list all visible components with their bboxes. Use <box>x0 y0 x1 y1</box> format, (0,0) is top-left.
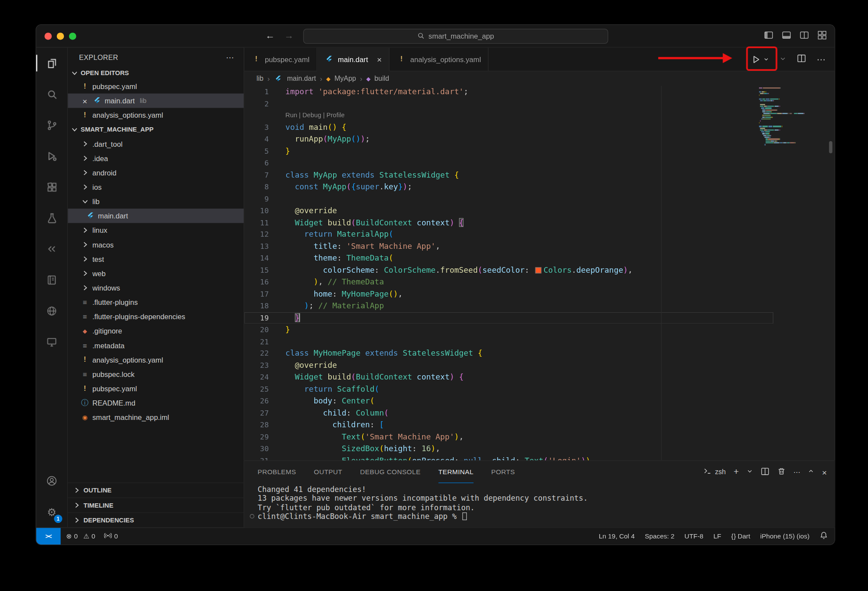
globe-icon[interactable] <box>36 295 67 326</box>
tree-item-ios[interactable]: ios <box>68 180 244 194</box>
outline-section[interactable]: OUTLINE <box>68 482 244 497</box>
tree-item-pubspec-yaml[interactable]: !pubspec.yaml <box>68 381 244 396</box>
breadcrumb-lib[interactable]: lib <box>257 75 264 83</box>
remote-explorer-icon[interactable] <box>36 327 67 357</box>
problems-status[interactable]: ⊗ 0 ⚠ 0 <box>66 532 95 540</box>
project-section-header[interactable]: SMART_MACHINE_APP <box>68 122 244 137</box>
references-icon[interactable] <box>36 234 67 264</box>
tree-item-test[interactable]: test <box>68 252 244 266</box>
code-line[interactable]: 16 ), // ThemeData <box>244 276 774 288</box>
tree-item-gitignore[interactable]: ◆.gitignore <box>68 324 244 338</box>
tree-item-flutter-plugins[interactable]: ≡.flutter-plugins <box>68 295 244 309</box>
explorer-icon[interactable] <box>36 48 67 79</box>
settings-gear-icon[interactable]: ⚙ 1 <box>36 496 67 527</box>
tree-item-linux[interactable]: linux <box>68 223 244 238</box>
cursor-position[interactable]: Ln 19, Col 4 <box>599 532 635 540</box>
code-line[interactable]: 3void main() { <box>244 122 774 133</box>
tab-pubspec-yaml[interactable]: ! pubspec.yaml <box>244 48 317 71</box>
nav-back-icon[interactable]: ← <box>265 25 275 47</box>
code-line[interactable]: 1import 'package:flutter/material.dart'; <box>244 86 774 98</box>
dependencies-section[interactable]: DEPENDENCIES <box>68 512 244 527</box>
tree-item-dart-tool[interactable]: .dart_tool <box>68 137 244 151</box>
code-line[interactable]: 20} <box>244 324 774 335</box>
code-line[interactable]: 22class MyHomePage extends StatelessWidg… <box>244 347 774 359</box>
nav-forward-icon[interactable]: → <box>284 25 294 47</box>
code-line[interactable]: 7class MyApp extends StatelessWidget { <box>244 169 774 181</box>
tree-item-analysis-options-yaml[interactable]: !analysis_options.yaml <box>68 353 244 367</box>
code-line[interactable]: 18 ); // MaterialApp <box>244 300 774 312</box>
testing-icon[interactable] <box>36 202 67 233</box>
chevron-down-icon[interactable] <box>779 54 786 64</box>
tab-debug-console[interactable]: DEBUG CONSOLE <box>360 461 420 483</box>
code-line[interactable]: 5} <box>244 145 774 157</box>
minimize-window-button[interactable] <box>57 33 64 40</box>
code-line[interactable]: 26 body: Center( <box>244 395 774 407</box>
close-icon[interactable]: × <box>80 96 90 106</box>
code-line[interactable]: 31 ElevatedButton(onPressed: null, child… <box>244 455 774 460</box>
maximize-panel-icon[interactable] <box>808 468 814 476</box>
code-line[interactable]: 21 <box>244 336 774 347</box>
timeline-section[interactable]: TIMELINE <box>68 498 244 512</box>
code-line[interactable]: 13 title: 'Smart Machine App', <box>244 241 774 252</box>
breadcrumb-method[interactable]: build <box>374 75 389 83</box>
code-line[interactable]: 11 Widget build(BuildContext context) { <box>244 217 774 228</box>
open-editor-main-dart[interactable]: ×main.dartlib <box>68 93 244 108</box>
terminal-prompt[interactable]: clint@Clints-MacBook-Air smart_machine_a… <box>257 512 835 521</box>
tree-item-pubspec-lock[interactable]: ≡pubspec.lock <box>68 367 244 381</box>
extensions-icon[interactable] <box>36 172 67 202</box>
encoding[interactable]: UTF-8 <box>684 532 703 540</box>
split-layout-icon[interactable] <box>799 30 809 42</box>
code-line[interactable]: 9 <box>244 193 774 205</box>
code-line[interactable]: 29 Text('Smart Machine App'), <box>244 431 774 442</box>
tab-output[interactable]: OUTPUT <box>314 461 343 483</box>
notifications-bell-icon[interactable] <box>820 531 828 541</box>
editor-scrollbar[interactable] <box>829 141 832 153</box>
ports-status[interactable]: 0 <box>104 532 118 540</box>
tab-ports[interactable]: PORTS <box>491 461 515 483</box>
code-line[interactable]: 27 child: Column( <box>244 407 774 419</box>
code-line[interactable]: 23 @override <box>244 360 774 371</box>
breadcrumb-file[interactable]: main.dart <box>287 75 316 83</box>
code-line[interactable]: 25 return Scaffold( <box>244 383 774 395</box>
code-line[interactable]: 2 <box>244 98 774 109</box>
split-editor-icon[interactable] <box>797 53 806 65</box>
code-editor[interactable]: 1import 'package:flutter/material.dart';… <box>244 86 835 461</box>
code-line[interactable]: 17 home: MyHomePage(), <box>244 288 774 300</box>
terminal-dropdown-icon[interactable] <box>746 468 752 476</box>
split-terminal-icon[interactable] <box>760 467 769 477</box>
code-line[interactable]: 10 @override <box>244 205 774 217</box>
eol[interactable]: LF <box>713 532 721 540</box>
tab-analysis-options-yaml[interactable]: ! analysis_options.yaml <box>389 48 488 71</box>
close-window-button[interactable] <box>45 33 52 40</box>
code-line[interactable]: 8 const MyApp({super.key}); <box>244 181 774 193</box>
code-area[interactable]: 1import 'package:flutter/material.dart';… <box>244 86 774 461</box>
open-editor-analysis-options-yaml[interactable]: !analysis_options.yaml <box>68 108 244 122</box>
tree-item-idea[interactable]: .idea <box>68 151 244 165</box>
code-line[interactable]: 28 children: [ <box>244 419 774 431</box>
code-line[interactable]: 4 runApp(MyApp()); <box>244 133 774 145</box>
tree-item-metadata[interactable]: ≡.metadata <box>68 338 244 353</box>
account-icon[interactable] <box>36 466 67 496</box>
run-debug-view-icon[interactable] <box>36 141 67 172</box>
open-editors-section-header[interactable]: OPEN EDITORS <box>68 67 244 79</box>
search-view-icon[interactable] <box>36 79 67 109</box>
panel-more-icon[interactable]: ⋯ <box>793 468 800 476</box>
new-terminal-icon[interactable]: + <box>733 467 739 477</box>
code-line[interactable]: 6 <box>244 157 774 169</box>
open-editor-pubspec-yaml[interactable]: !pubspec.yaml <box>68 79 244 93</box>
remote-indicator[interactable]: >< <box>36 528 60 545</box>
close-panel-icon[interactable]: × <box>822 467 827 477</box>
code-line[interactable]: 12 return MaterialApp( <box>244 228 774 240</box>
tree-item-macos[interactable]: macos <box>68 238 244 252</box>
tree-item-flutter-plugins-dependencies[interactable]: ≡.flutter-plugins-dependencies <box>68 309 244 324</box>
source-control-icon[interactable] <box>36 109 67 140</box>
tree-item-lib[interactable]: lib <box>68 194 244 208</box>
close-tab-icon[interactable]: × <box>377 55 382 64</box>
code-line[interactable]: 24 Widget build(BuildContext context) { <box>244 371 774 383</box>
tab-terminal[interactable]: TERMINAL <box>439 461 474 483</box>
color-swatch[interactable] <box>535 267 541 273</box>
minimap[interactable] <box>759 87 812 145</box>
sidebar-more-icon[interactable]: ⋯ <box>226 52 235 62</box>
tree-item-smart-machine-app-iml[interactable]: ◉smart_machine_app.iml <box>68 410 244 424</box>
terminal-output[interactable]: Changed 41 dependencies!13 packages have… <box>244 483 835 527</box>
